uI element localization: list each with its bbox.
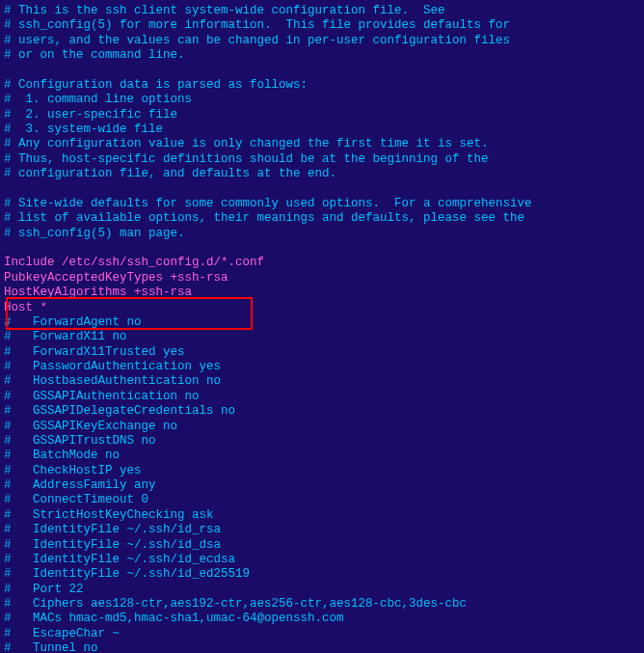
config-line: # GSSAPIAuthentication no [4,390,640,404]
config-line: # IdentityFile ~/.ssh/id_dsa [4,538,640,553]
config-line: Host * [4,301,640,315]
config-line: # or on the command line. [4,48,640,63]
config-line: # BatchMode no [4,449,640,463]
config-line [4,241,640,256]
config-line: # Site-wide defaults for some commonly u… [4,197,640,211]
config-line: # Thus, host-specific definitions should… [4,152,640,167]
config-line: # MACs hmac-md5,hmac-sha1,umac-64@openss… [4,612,640,626]
config-line: # configuration file, and defaults at th… [4,167,640,181]
config-line: # CheckHostIP yes [4,464,640,478]
config-line: PubkeyAcceptedKeyTypes +ssh-rsa [4,271,640,286]
config-line: # PasswordAuthentication yes [4,360,640,374]
config-line: # 3. system-wide file [4,122,640,137]
config-line: # Port 22 [4,583,640,597]
config-line: # Ciphers aes128-ctr,aes192-ctr,aes256-c… [4,597,640,612]
config-line: # StrictHostKeyChecking ask [4,508,640,523]
config-line [4,182,640,197]
config-line: # HostbasedAuthentication no [4,374,640,389]
config-line: # Tunnel no [4,641,640,653]
config-line: # 2. user-specific file [4,108,640,122]
config-line: # IdentityFile ~/.ssh/id_ed25519 [4,567,640,582]
config-line: # GSSAPIDelegateCredentials no [4,404,640,419]
config-file-lines: # This is the ssh client system-wide con… [4,4,640,653]
config-line: # GSSAPIKeyExchange no [4,420,640,434]
config-line: # 1. command line options [4,93,640,107]
config-line: # IdentityFile ~/.ssh/id_rsa [4,523,640,537]
config-line: # Configuration data is parsed as follow… [4,78,640,93]
config-line: # ssh_config(5) man page. [4,227,640,241]
config-line: # AddressFamily any [4,478,640,493]
config-line: Include /etc/ssh/ssh_config.d/*.conf [4,256,640,270]
config-line: # ForwardX11 no [4,330,640,344]
config-line: # EscapeChar ~ [4,627,640,641]
config-line: # ssh_config(5) for more information. Th… [4,18,640,33]
config-line: # GSSAPITrustDNS no [4,434,640,449]
terminal-editor-content[interactable]: # This is the ssh client system-wide con… [4,4,640,653]
config-line: # ForwardX11Trusted yes [4,345,640,360]
config-line: # This is the ssh client system-wide con… [4,4,640,18]
config-line: # Any configuration value is only change… [4,137,640,151]
config-line: # list of available options, their meani… [4,211,640,226]
config-line [4,64,640,78]
config-line: HostKeyAlgorithms +ssh-rsa [4,286,640,300]
config-line: # ForwardAgent no [4,315,640,330]
config-line: # users, and the values can be changed i… [4,34,640,48]
config-line: # IdentityFile ~/.ssh/id_ecdsa [4,553,640,567]
config-line: # ConnectTimeout 0 [4,493,640,507]
